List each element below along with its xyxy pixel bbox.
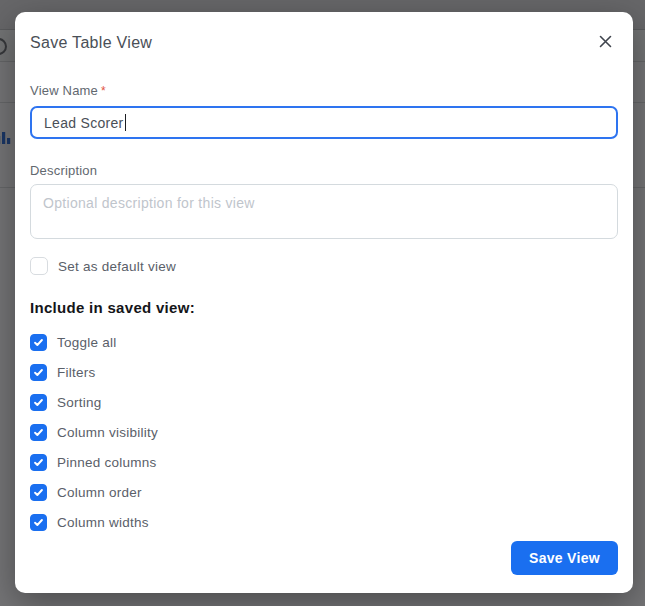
checkbox-checked[interactable] [30,334,47,351]
include-option-column-widths[interactable]: Column widths [30,513,618,531]
default-view-label: Set as default view [58,259,176,274]
close-button[interactable] [594,32,616,54]
description-textarea[interactable]: Optional description for this view [30,184,618,239]
include-option-column-visibility[interactable]: Column visibility [30,423,618,441]
description-placeholder: Optional description for this view [43,195,255,211]
include-options-list: Toggle all Filters Sorting Column visibi… [30,333,618,531]
description-field-group: Description Optional description for thi… [30,163,618,239]
include-option-pinned-columns[interactable]: Pinned columns [30,453,618,471]
include-option-label: Column visibility [57,425,158,440]
save-view-button[interactable]: Save View [511,541,618,575]
save-table-view-dialog: Save Table View View Name* Lead Scorer D… [15,12,633,593]
checkbox-checked[interactable] [30,394,47,411]
text-cursor [125,114,127,131]
view-name-input[interactable]: Lead Scorer [30,106,618,139]
include-option-filters[interactable]: Filters [30,363,618,381]
include-option-label: Column widths [57,515,149,530]
checkbox-checked[interactable] [30,514,47,531]
view-name-field-group: View Name* Lead Scorer [30,81,618,139]
dialog-header: Save Table View [30,34,618,54]
required-asterisk: * [101,84,106,98]
view-name-value: Lead Scorer [44,115,124,131]
include-option-label: Filters [57,365,96,380]
include-option-label: Column order [57,485,142,500]
include-option-label: Sorting [57,395,102,410]
checkbox-checked[interactable] [30,364,47,381]
include-option-label: Toggle all [57,335,117,350]
dialog-title: Save Table View [30,34,152,52]
description-label: Description [30,163,618,178]
dialog-footer: Save View [511,541,618,575]
default-view-checkbox-row[interactable]: Set as default view [30,257,618,275]
close-icon [598,34,613,52]
checkbox-checked[interactable] [30,424,47,441]
include-option-column-order[interactable]: Column order [30,483,618,501]
checkbox-unchecked[interactable] [30,257,48,275]
include-option-label: Pinned columns [57,455,157,470]
include-option-toggle-all[interactable]: Toggle all [30,333,618,351]
checkbox-checked[interactable] [30,484,47,501]
include-section-heading: Include in saved view: [30,299,618,316]
checkbox-checked[interactable] [30,454,47,471]
view-name-label: View Name [30,83,98,98]
include-option-sorting[interactable]: Sorting [30,393,618,411]
